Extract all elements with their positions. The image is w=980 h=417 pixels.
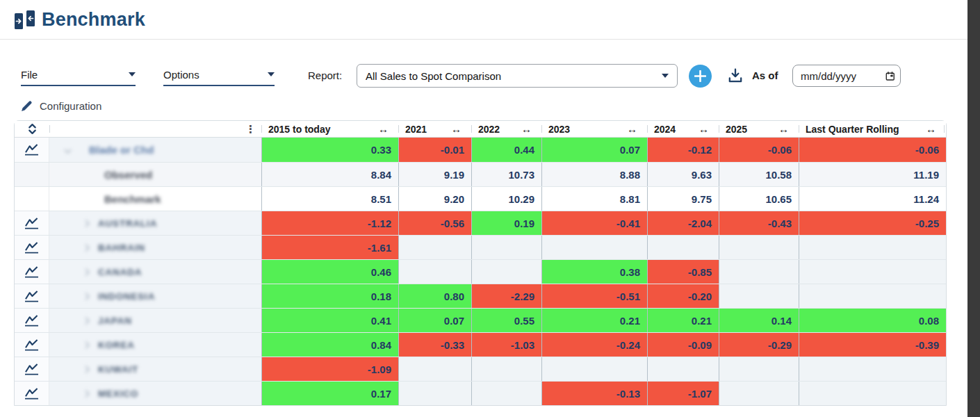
- download-icon: [727, 67, 744, 84]
- report-select[interactable]: All Sales to Spot Comparison: [357, 64, 678, 88]
- row-name-label: MEXICO: [98, 389, 138, 399]
- left-right-arrow-icon[interactable]: ↔: [699, 123, 709, 135]
- row-chart-button[interactable]: [15, 333, 49, 357]
- data-cell: 10.73: [471, 163, 541, 186]
- calendar-icon[interactable]: [885, 71, 895, 81]
- row-chart-button[interactable]: [15, 236, 49, 259]
- row-chart-button[interactable]: [15, 382, 49, 405]
- table-row: INDONESIA0.180.80-2.29-0.51-0.20: [15, 284, 946, 308]
- kebab-menu-icon[interactable]: ⋮: [245, 123, 256, 136]
- column-header-label: 2021: [398, 124, 427, 135]
- options-menu[interactable]: Options: [163, 64, 275, 86]
- cell-value: -0.43: [768, 218, 792, 229]
- cell-value: -0.33: [441, 339, 464, 351]
- chevron-right-icon[interactable]: [83, 366, 90, 373]
- left-right-arrow-icon[interactable]: ↔: [521, 123, 532, 135]
- line-chart-icon: [24, 314, 40, 327]
- column-header[interactable]: 2022↔: [471, 121, 541, 137]
- row-chart-button[interactable]: [15, 357, 49, 381]
- data-cell: 10.29: [471, 187, 541, 211]
- data-cell: -0.29: [719, 333, 799, 357]
- table-row: KOREA0.84-0.33-1.03-0.24-0.09-0.29-0.39: [15, 332, 946, 357]
- chevron-right-icon[interactable]: [83, 220, 90, 227]
- data-cell: -0.39: [799, 333, 946, 357]
- data-cell: 0.33: [261, 138, 398, 162]
- column-header-label: 2022: [471, 124, 500, 135]
- as-of-label: As of: [752, 70, 778, 81]
- cell-value: 0.46: [371, 266, 391, 278]
- column-header[interactable]: Last Quarter Rolling↔: [799, 121, 946, 137]
- row-name-cell: Benchmark: [49, 187, 261, 211]
- cell-value: 0.17: [371, 388, 391, 400]
- row-chart-button[interactable]: [15, 138, 49, 162]
- data-cell: [799, 357, 946, 381]
- left-right-arrow-icon[interactable]: ↔: [627, 123, 637, 135]
- left-right-arrow-icon[interactable]: ↔: [778, 123, 789, 135]
- cell-value: 0.07: [620, 144, 640, 156]
- cell-value: 8.51: [371, 193, 391, 205]
- row-chart-button[interactable]: [15, 284, 49, 308]
- column-header[interactable]: 2015 to today↔: [261, 121, 398, 137]
- as-of-date-input[interactable]: [801, 70, 885, 82]
- data-cell: 9.75: [647, 187, 719, 211]
- row-name-redacted: JAPAN: [49, 316, 132, 326]
- row-name-cell: INDONESIA: [49, 284, 261, 308]
- data-cell: 9.63: [647, 163, 719, 186]
- data-cell: -1.03: [471, 333, 541, 357]
- data-cell: -0.06: [719, 138, 799, 162]
- data-cell: [719, 284, 799, 308]
- cell-value: -0.20: [688, 291, 712, 302]
- chevron-right-icon[interactable]: [83, 293, 90, 300]
- toolbar: File Options Report: All Sales to Spot C…: [0, 64, 967, 89]
- row-chart-cell-empty: [15, 163, 49, 186]
- row-chart-button[interactable]: [15, 260, 49, 284]
- cell-value: 8.88: [620, 169, 640, 181]
- plus-icon: [694, 70, 706, 82]
- row-name-label: KOREA: [98, 340, 135, 350]
- configuration-button[interactable]: Configuration: [21, 100, 101, 112]
- data-cell: 0.80: [398, 284, 471, 308]
- left-right-arrow-icon[interactable]: ↔: [926, 123, 936, 135]
- chevron-right-icon[interactable]: [83, 268, 90, 275]
- row-chart-button[interactable]: [15, 309, 49, 332]
- row-name-cell: KUWAIT: [49, 357, 261, 381]
- left-right-arrow-icon[interactable]: ↔: [378, 123, 389, 135]
- left-right-arrow-icon[interactable]: ↔: [451, 123, 462, 135]
- row-name-cell: AUSTRALIA: [49, 211, 261, 235]
- data-cell: 8.88: [541, 163, 647, 186]
- cell-value: -0.56: [441, 218, 464, 229]
- data-cell: -0.13: [541, 382, 647, 405]
- cell-value: 0.55: [514, 315, 534, 327]
- chevron-right-icon[interactable]: [83, 341, 90, 348]
- column-header[interactable]: 2024↔: [647, 121, 719, 137]
- table-row: AUSTRALIA-1.12-0.560.19-0.41-2.04-0.43-0…: [15, 211, 946, 235]
- data-cell: -1.09: [261, 357, 398, 381]
- chevron-right-icon[interactable]: [83, 317, 90, 324]
- file-menu[interactable]: File: [21, 64, 136, 86]
- data-cell: -1.07: [647, 382, 719, 405]
- data-cell: [719, 357, 799, 381]
- column-header[interactable]: 2025↔: [719, 121, 799, 137]
- data-cell: -0.01: [398, 138, 471, 162]
- table-body: Blade or Chd0.33-0.010.440.07-0.12-0.06-…: [15, 138, 946, 405]
- chevron-down-icon[interactable]: [65, 147, 72, 154]
- data-cell: [471, 382, 541, 405]
- report-label: Report:: [308, 70, 342, 81]
- as-of-date-field[interactable]: [792, 65, 901, 87]
- download-button[interactable]: [727, 67, 744, 84]
- row-name-label: AUSTRALIA: [98, 218, 157, 229]
- add-report-button[interactable]: [689, 65, 712, 88]
- data-cell: -1.12: [261, 211, 398, 235]
- cell-value: 0.84: [371, 339, 391, 351]
- column-header[interactable]: 2023↔: [541, 121, 647, 137]
- cell-value: -0.51: [616, 291, 640, 302]
- data-cell: -2.04: [647, 211, 719, 235]
- column-header[interactable]: 2021↔: [398, 121, 471, 137]
- table-row: MEXICO0.17-0.13-1.07: [15, 381, 946, 405]
- chevron-right-icon[interactable]: [83, 244, 90, 251]
- row-chart-button[interactable]: [15, 211, 49, 235]
- expand-collapse-all-button[interactable]: [15, 123, 49, 135]
- chevron-right-icon[interactable]: [83, 390, 90, 397]
- cell-value: -0.09: [688, 339, 712, 351]
- data-cell: [471, 236, 541, 259]
